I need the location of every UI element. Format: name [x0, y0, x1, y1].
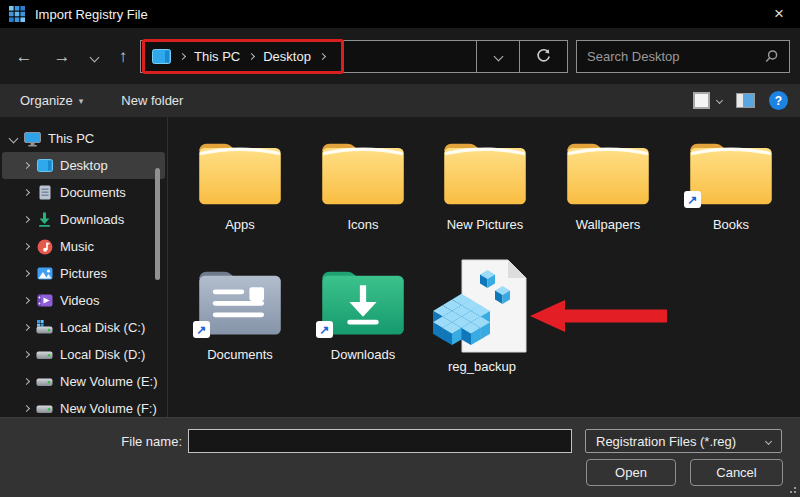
file-name-label: File name: [96, 434, 182, 449]
chevron-right-icon[interactable] [23, 270, 30, 277]
sidebar-scrollbar[interactable] [155, 168, 160, 280]
chevron-right-icon[interactable] [23, 162, 30, 169]
drive-icon [36, 346, 53, 363]
sidebar-item-label: This PC [48, 131, 94, 146]
folder-icon [194, 134, 286, 212]
preview-pane-button[interactable] [736, 93, 755, 108]
cancel-button[interactable]: Cancel [690, 459, 783, 486]
sidebar-item-label: Videos [60, 293, 100, 308]
chevron-down-icon[interactable] [9, 134, 19, 144]
chevron-right-icon[interactable] [23, 189, 30, 196]
breadcrumb-desktop[interactable]: Desktop [263, 49, 311, 64]
chevron-down-icon [716, 97, 723, 104]
chevron-down-icon [89, 52, 99, 62]
file-name-input[interactable] [188, 429, 572, 453]
folder-tile-new-pictures[interactable]: New Pictures [429, 134, 541, 232]
sidebar-item-label: Desktop [60, 158, 108, 173]
sidebar-item-label: Documents [60, 185, 126, 200]
chevron-right-icon[interactable] [23, 378, 30, 385]
address-dropdown-button[interactable] [477, 41, 519, 72]
sidebar-item-label: Pictures [60, 266, 107, 281]
drive-icon [36, 373, 53, 390]
folder-tile-documents[interactable]: ↗ Documents [184, 262, 296, 362]
breadcrumb-separator-icon [179, 53, 186, 60]
file-label: Documents [207, 347, 273, 362]
file-label: Downloads [331, 347, 395, 362]
sidebar-item-label: Downloads [60, 212, 124, 227]
import-registry-file-dialog: Import Registry File × ← → ↑ This PC Des… [0, 0, 800, 497]
file-tile-reg-backup[interactable]: reg_backup [426, 258, 538, 374]
sidebar-item-new-volume-f[interactable]: New Volume (F:) [2, 395, 165, 417]
folder-tile-wallpapers[interactable]: Wallpapers [552, 134, 664, 232]
file-type-dropdown[interactable]: Registration Files (*.reg) [585, 429, 782, 453]
videos-icon [36, 292, 53, 309]
sidebar-item-documents[interactable]: Documents [2, 179, 165, 206]
forward-button[interactable]: → [48, 44, 76, 70]
sidebar-item-local-disk-c[interactable]: Local Disk (C:) [2, 314, 165, 341]
downloads-icon [36, 211, 53, 228]
chevron-right-icon[interactable] [23, 216, 30, 223]
file-type-value: Registration Files (*.reg) [596, 434, 736, 449]
refresh-icon [535, 48, 552, 65]
chevron-right-icon[interactable] [23, 243, 30, 250]
address-bar[interactable]: This PC Desktop [140, 40, 568, 73]
window-title: Import Registry File [35, 7, 148, 22]
desktop-location-icon [152, 49, 171, 64]
sidebar-item-downloads[interactable]: Downloads [2, 206, 165, 233]
folder-icon [317, 134, 409, 212]
music-icon [36, 238, 53, 255]
file-label: Apps [225, 217, 255, 232]
sidebar-item-videos[interactable]: Videos [2, 287, 165, 314]
folder-tile-downloads[interactable]: ↗ Downloads [307, 262, 419, 362]
new-folder-label: New folder [121, 93, 183, 108]
sidebar-item-label: Local Disk (D:) [60, 347, 145, 362]
sidebar-item-label: New Volume (F:) [60, 401, 157, 416]
sidebar-item-this-pc[interactable]: This PC [2, 125, 165, 152]
resize-grip[interactable] [787, 484, 797, 494]
registry-app-icon [9, 6, 25, 22]
organize-menu-button[interactable]: Organize ▾ [20, 93, 83, 108]
desktop-icon [36, 157, 53, 174]
close-button[interactable]: × [764, 1, 794, 27]
folder-icon [562, 134, 654, 212]
drive-icon [36, 400, 53, 417]
breadcrumb: This PC Desktop [141, 41, 476, 72]
search-icon [764, 49, 779, 64]
sidebar-item-local-disk-d[interactable]: Local Disk (D:) [2, 341, 165, 368]
file-label: reg_backup [448, 359, 516, 374]
pane-divider [167, 117, 168, 417]
system-drive-icon [36, 319, 53, 336]
breadcrumb-this-pc[interactable]: This PC [194, 49, 240, 64]
chevron-down-icon [765, 437, 772, 444]
chevron-right-icon[interactable] [23, 297, 30, 304]
folder-tile-icons[interactable]: Icons [307, 134, 419, 232]
shortcut-arrow-icon: ↗ [193, 321, 210, 338]
help-button[interactable]: ? [769, 91, 788, 110]
new-folder-button[interactable]: New folder [121, 93, 183, 108]
search-input[interactable] [577, 49, 764, 64]
refresh-button[interactable] [520, 41, 567, 72]
file-label: Icons [347, 217, 378, 232]
caret-down-icon: ▾ [79, 96, 84, 106]
sidebar-item-pictures[interactable]: Pictures [2, 260, 165, 287]
up-button[interactable]: ↑ [110, 44, 136, 70]
back-button[interactable]: ← [10, 44, 38, 70]
folder-tile-books[interactable]: ↗ Books [675, 134, 787, 232]
sidebar-item-label: New Volume (E:) [60, 374, 158, 389]
shortcut-arrow-icon: ↗ [684, 191, 701, 208]
chevron-right-icon[interactable] [23, 405, 30, 412]
sidebar-item-new-volume-e[interactable]: New Volume (E:) [2, 368, 165, 395]
recent-locations-button[interactable] [82, 46, 106, 68]
icon-view-icon [693, 92, 710, 109]
sidebar-item-music[interactable]: Music [2, 233, 165, 260]
chevron-right-icon[interactable] [23, 351, 30, 358]
open-button[interactable]: Open [586, 459, 676, 486]
folder-tile-apps[interactable]: Apps [184, 134, 296, 232]
sidebar-item-desktop[interactable]: Desktop [2, 152, 165, 179]
organize-label: Organize [20, 93, 73, 108]
search-box[interactable] [576, 40, 790, 73]
documents-icon [36, 184, 53, 201]
chevron-right-icon[interactable] [23, 324, 30, 331]
change-view-button[interactable] [693, 92, 722, 109]
sidebar-item-label: Local Disk (C:) [60, 320, 145, 335]
